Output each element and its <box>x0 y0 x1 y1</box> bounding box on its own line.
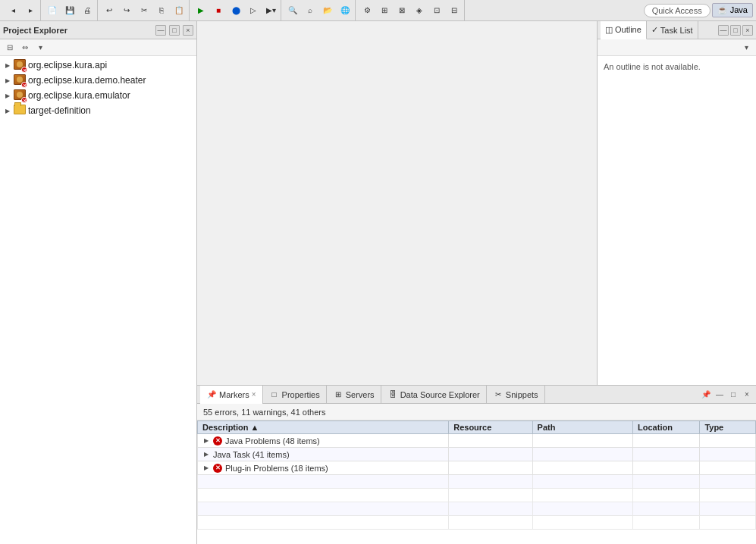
tab-properties[interactable]: □ Properties <box>263 386 327 404</box>
col-header-description[interactable]: Description ▲ <box>198 421 449 434</box>
outline-tabs: ◫ Outline ✓ Task List <box>601 21 717 39</box>
tree-item-label-4: target-definition <box>28 105 91 116</box>
list-item[interactable]: ▶ ✕ org.eclipse.kura.demo.heater <box>0 73 196 88</box>
debug-button[interactable]: ⬤ <box>227 2 244 19</box>
copy-button[interactable]: ⎘ <box>153 2 170 19</box>
project-tree: ▶ ✕ org.eclipse.kura.api ▶ ✕ org.eclipse… <box>0 56 196 544</box>
markers-table-container[interactable]: Description ▲ Resource Path Location <box>197 421 756 544</box>
tab-task-list[interactable]: ✓ Task List <box>647 21 698 39</box>
data-source-icon: 🗄 <box>387 389 398 400</box>
expand-arrow-2[interactable]: ▶ <box>3 76 12 85</box>
main-area: Project Explorer — □ × ⊟ ⇔ ▾ ▶ ✕ org.ecl… <box>0 21 756 544</box>
expand-arrow-4[interactable]: ▶ <box>3 106 12 115</box>
outline-maximize[interactable]: □ <box>730 25 741 36</box>
plugin-icon-1: ✕ <box>14 59 26 71</box>
expand-1[interactable]: ▶ <box>202 437 210 445</box>
table-row[interactable]: ▶ Java Task (41 items) <box>198 448 756 461</box>
editor-area: ◫ Outline ✓ Task List — □ × ▾ <box>197 21 756 385</box>
table-row <box>198 475 756 489</box>
misc-button-4[interactable]: ◈ <box>411 2 428 19</box>
markers-summary: 55 errors, 11 warnings, 41 others <box>197 404 756 421</box>
markers-table: Description ▲ Resource Path Location <box>197 421 756 530</box>
open-external-button[interactable]: 🌐 <box>337 2 353 19</box>
cut-button[interactable]: ✂ <box>136 2 152 19</box>
misc-button-3[interactable]: ⊠ <box>394 2 410 19</box>
outline-close[interactable]: × <box>742 25 753 36</box>
back-button[interactable]: ◂ <box>5 2 21 19</box>
tab-snippets[interactable]: ✂ Snippets <box>487 386 545 404</box>
markers-tab-close[interactable]: × <box>252 390 256 399</box>
run-last-button[interactable]: ▷ <box>245 2 262 19</box>
error-badge-3: ✕ <box>21 97 27 103</box>
save-button[interactable]: 💾 <box>61 2 78 19</box>
expand-2[interactable]: ▶ <box>202 451 210 458</box>
marker-row-item-1: ▶ ✕ Java Problems (48 items) <box>202 436 444 446</box>
undo-button[interactable]: ↩ <box>101 2 118 19</box>
outline-icon: ◫ <box>605 25 613 35</box>
tab-outline[interactable]: ◫ Outline <box>601 21 647 39</box>
bottom-panel: 📌 Markers × □ Properties ⊞ Servers 🗄 Dat… <box>197 385 756 544</box>
editor-canvas[interactable] <box>197 21 597 385</box>
forward-button[interactable]: ▸ <box>22 2 39 19</box>
misc-button-2[interactable]: ⊞ <box>376 2 393 19</box>
misc-button-6[interactable]: ⊟ <box>446 2 463 19</box>
tree-item-label-1: org.eclipse.kura.api <box>28 60 107 70</box>
col-header-type[interactable]: Type <box>700 421 756 434</box>
run-config-button[interactable]: ▶▾ <box>262 2 279 19</box>
col-header-path[interactable]: Path <box>532 421 632 434</box>
list-item[interactable]: ▶ target-definition <box>0 103 196 118</box>
markers-icon: 📌 <box>206 389 217 400</box>
search-button[interactable]: 🔍 <box>284 2 301 19</box>
marker-row-item-2: ▶ Java Task (41 items) <box>202 450 444 459</box>
tab-data-source-explorer[interactable]: 🗄 Data Source Explorer <box>381 386 487 404</box>
misc-button-5[interactable]: ⊡ <box>428 2 445 19</box>
bottom-panel-pin[interactable]: 📌 <box>700 389 712 401</box>
servers-icon: ⊞ <box>333 389 343 400</box>
print-button[interactable]: 🖨 <box>79 2 96 19</box>
expand-arrow-3[interactable]: ▶ <box>3 91 12 100</box>
paste-button[interactable]: 📋 <box>171 2 187 19</box>
col-header-location[interactable]: Location <box>633 421 700 434</box>
bottom-panel-maximize[interactable]: □ <box>727 389 739 401</box>
col-header-resource[interactable]: Resource <box>449 421 532 434</box>
new-button[interactable]: 📄 <box>44 2 61 19</box>
list-item[interactable]: ▶ ✕ org.eclipse.kura.emulator <box>0 88 196 103</box>
main-toolbar: ◂ ▸ 📄 💾 🖨 ↩ ↪ ✂ ⎘ 📋 ▶ ■ ⬤ ▷ ▶▾ 🔍 ⌕ 📂 🌐 ⚙… <box>0 0 756 21</box>
toolbar-group-nav: ◂ ▸ <box>3 0 41 20</box>
project-explorer-maximize[interactable]: □ <box>169 25 180 36</box>
tab-markers[interactable]: 📌 Markers × <box>200 386 263 404</box>
run-button[interactable]: ▶ <box>193 2 209 19</box>
bottom-panel-close[interactable]: × <box>741 389 753 401</box>
open-type-button[interactable]: ⌕ <box>302 2 318 19</box>
stop-button[interactable]: ■ <box>210 2 227 19</box>
project-explorer-close[interactable]: × <box>183 25 193 36</box>
tab-servers[interactable]: ⊞ Servers <box>327 386 381 404</box>
link-with-editor-button[interactable]: ⇔ <box>18 41 32 55</box>
project-explorer-menu[interactable]: ▾ <box>33 41 47 55</box>
table-row[interactable]: ▶ ✕ Plug-in Problems (18 items) <box>198 461 756 475</box>
misc-button-1[interactable]: ⚙ <box>359 2 375 19</box>
outline-minimize[interactable]: — <box>718 25 729 36</box>
expand-arrow-1[interactable]: ▶ <box>3 61 12 70</box>
tree-item-label-3: org.eclipse.kura.emulator <box>28 90 130 101</box>
bottom-panel-minimize[interactable]: — <box>714 389 726 401</box>
list-item[interactable]: ▶ ✕ org.eclipse.kura.api <box>0 58 196 73</box>
perspective-java-button[interactable]: ☕ Java <box>712 3 753 17</box>
table-row[interactable]: ▶ ✕ Java Problems (48 items) <box>198 434 756 448</box>
redo-button[interactable]: ↪ <box>118 2 135 19</box>
open-resource-button[interactable]: 📂 <box>319 2 336 19</box>
toolbar-group-edit: ↩ ↪ ✂ ⎘ 📋 <box>99 0 190 20</box>
expand-3[interactable]: ▶ <box>202 464 210 472</box>
quick-access-button[interactable]: Quick Access <box>644 4 711 17</box>
project-explorer-toolbar: ⊟ ⇔ ▾ <box>0 39 196 56</box>
outline-header: ◫ Outline ✓ Task List — □ × <box>598 21 756 39</box>
snippets-icon: ✂ <box>493 389 503 400</box>
table-row <box>198 502 756 516</box>
toolbar-group-search: 🔍 ⌕ 📂 🌐 <box>283 0 356 20</box>
outline-menu-button[interactable]: ▾ <box>739 41 753 55</box>
toolbar-group-misc: ⚙ ⊞ ⊠ ◈ ⊡ ⊟ <box>357 0 465 20</box>
task-list-icon: ✓ <box>651 25 658 35</box>
collapse-all-button[interactable]: ⊟ <box>3 41 17 55</box>
project-explorer-minimize[interactable]: — <box>155 25 166 36</box>
project-explorer-title: Project Explorer <box>3 26 152 35</box>
